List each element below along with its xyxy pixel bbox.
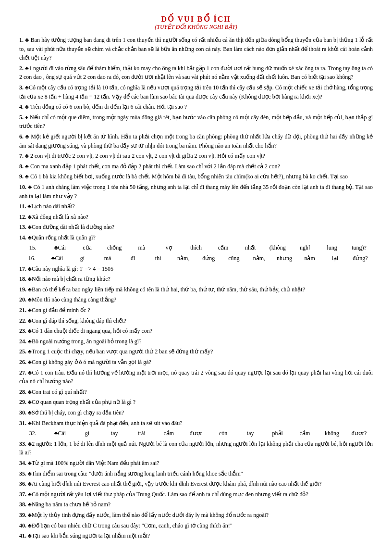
q21: 21. ♣Con gì đầu đề mình ốc ? bbox=[19, 306, 373, 315]
q3: 3. ♣Có một cây cầu có trọng tải là 10 tấ… bbox=[19, 83, 373, 101]
q7: 7. ♣ 2 con vịt đi trước 2 con vịt, 2 con… bbox=[19, 151, 373, 161]
q22: 22. ♣Con gì đáp thì sống, không đáp thì … bbox=[19, 316, 373, 326]
q26: 26. ♣Con gì không gáy ở ó ó mà người ta … bbox=[19, 358, 373, 367]
q4: 4. ♣ Trên đồng có có 6 con bò, đếm đi đế… bbox=[19, 102, 373, 112]
q19: 19. ♣Ban có thể kể ra bao ngày liên tiếp… bbox=[19, 285, 373, 294]
q17: 17. ♣Câu này nghĩa là gì: 1' => 4 = 1505 bbox=[19, 264, 373, 274]
q8: 8. ♣ Con ma xanh đập 1 phát chết, con ma… bbox=[19, 162, 373, 171]
title-main: ĐỐ VUI BỔ ÍCH bbox=[19, 14, 373, 24]
content-area: 1. ♣ Ban hãy tưởng tượng ban đang đi trê… bbox=[19, 36, 373, 540]
q14: 14. ♣Quân rồng nhất là quân gì? bbox=[19, 233, 373, 242]
title-sub: (TUYỆT ĐỐI KHÔNG NGHI BẬY) bbox=[19, 24, 373, 31]
q23: 23. ♣Có 1 đàn chuột điếc đi ngang qua, h… bbox=[19, 327, 373, 336]
q2: 2. ♣1 người đi vào rừng sâu để thám hiểm… bbox=[19, 64, 373, 82]
q36: 36. ♣Ai cũng biết đỉnh núi Everest cao n… bbox=[19, 479, 373, 489]
q39: 39. ♣Một ly thủy tinh đựng đầy nước, làm… bbox=[19, 511, 373, 520]
q34: 34. ♣Từ gì mà 100% người dân Việt Nam đề… bbox=[19, 459, 373, 468]
q11: 11. ♣Lịch nào dài nhất? bbox=[19, 202, 373, 211]
q40: 40. ♣Đố bạn có bao nhiêu chữ C trong câu… bbox=[19, 521, 373, 530]
q5: 5. ♦ Nếu chỉ có một que diêm, trong một … bbox=[19, 113, 373, 131]
page-title: ĐỐ VUI BỔ ÍCH (TUYỆT ĐỐI KHÔNG NGHI BẬY) bbox=[19, 14, 373, 31]
q6: 6. ♣ Một kẻ giết người bị kết án tử hình… bbox=[19, 132, 373, 150]
q24: 24. ♣Bò ngoài nướng trong, ăn ngoài bỏ t… bbox=[19, 337, 373, 346]
q33: 33. ♣2 người: 1 lớn, 1 bé đi lên đỉnh mộ… bbox=[19, 440, 373, 457]
q41: 41. ♣Tại sao khi bắn súng người ta lại n… bbox=[19, 531, 373, 540]
q12: 12. ♣Xã đông nhất là xã nào? bbox=[19, 213, 373, 222]
q13: 13. ♣Con đường dài nhất là đường nào? bbox=[19, 223, 373, 232]
q31: 31. ♣Khi Beckham thực hiện quả đá phạt đ… bbox=[19, 419, 373, 428]
q27: 27. ♣Có 1 con trâu. Đầu nó thì hướng về … bbox=[19, 368, 373, 386]
q35: 35. ♣Tìm điểm sai trong câu: "dưới ánh n… bbox=[19, 469, 373, 478]
q18: 18. ♣Nối nào mà bị chất ra từng khúc? bbox=[19, 275, 373, 284]
q38: 38. ♣Nâng ba năm ta chưa hề bỏ nam? bbox=[19, 500, 373, 509]
q1: 1. ♣ Ban hãy tưởng tượng ban đang đi trê… bbox=[19, 36, 373, 63]
q28: 28. ♣Con trai có gì quí nhất? bbox=[19, 388, 373, 397]
q9: 9. ♣ Có 1 bà kia không biết bơi, xuống n… bbox=[19, 172, 373, 181]
q29: 29. ♣Cơ quan quan trọng nhất của phụ nữ … bbox=[19, 398, 373, 407]
q20: 20. ♣Môn thì nào càng tháng càng thắng? bbox=[19, 295, 373, 304]
q37: 37. ♣Có một người rất yêu lợi viết thư p… bbox=[19, 490, 373, 499]
q10: 10. ♣ Có 1 anh chàng làm việc trong 1 tò… bbox=[19, 183, 373, 201]
q16: 16. ♣Cái gì mà đi thì nằm, đứng cũng nằm… bbox=[19, 254, 373, 263]
q32: 32. ♣Cái gì tay trái cầm được còn tay ph… bbox=[19, 429, 373, 438]
q25: 25. ♣Trong 1 cuộc thi chạy, nếu ban vượt… bbox=[19, 347, 373, 356]
q30: 30. ♣Sở thú bị cháy, con gì chạy ra đầu … bbox=[19, 408, 373, 417]
q15: 15. ♣Cái của chồng mà vợ thích cầm nhất … bbox=[19, 243, 373, 252]
